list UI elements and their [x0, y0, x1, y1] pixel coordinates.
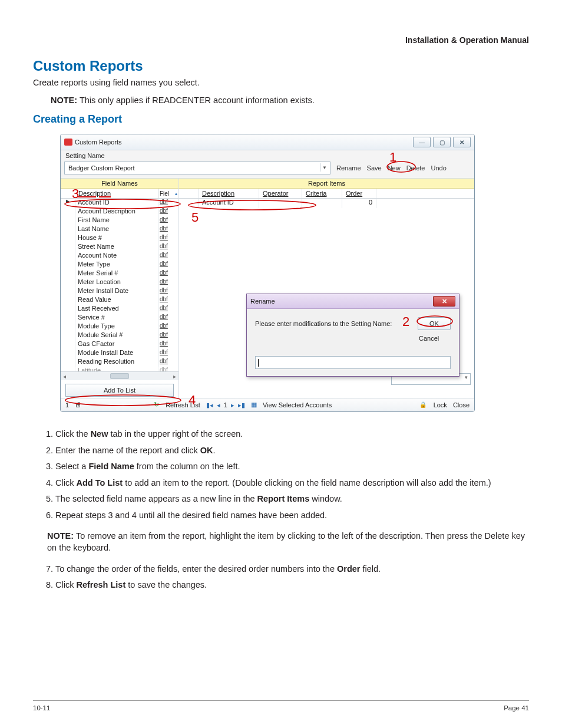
- refresh-icon[interactable]: [154, 401, 162, 409]
- field-name-row[interactable]: Last Receiveddbf: [61, 305, 178, 314]
- ri-order-col[interactable]: Order: [342, 189, 376, 198]
- field-names-panel: Field Names Description Fiel▴ ▶Account I…: [61, 179, 179, 398]
- instruction-step: Enter the name of the report and click O…: [55, 445, 529, 457]
- save-button[interactable]: Save: [367, 164, 382, 172]
- field-name-row[interactable]: Module Typedbf: [61, 322, 178, 331]
- field-name-row[interactable]: Meter Typedbf: [61, 261, 178, 269]
- dialog-titlebar[interactable]: Rename ✕: [247, 294, 459, 309]
- instruction-list-2: To change the order of the fields, enter…: [41, 564, 529, 591]
- note-text: This only applies if READCENTER account …: [77, 95, 315, 105]
- field-name-row[interactable]: Gas CFactordbf: [61, 340, 178, 349]
- undo-button[interactable]: Undo: [431, 164, 446, 172]
- note-label: NOTE:: [51, 95, 77, 105]
- description-column-header[interactable]: Description: [61, 189, 158, 198]
- field-name-row[interactable]: Reading Resolutiondbf: [61, 358, 178, 367]
- field-name-row[interactable]: Last Namedbf: [61, 225, 178, 234]
- footer-date: 10-11: [33, 704, 50, 711]
- instruction-step: Click the New tab in the upper right of …: [55, 429, 529, 440]
- minimize-button[interactable]: —: [413, 137, 431, 147]
- status-page-number: 1: [65, 401, 69, 409]
- ri-row-order[interactable]: 0: [342, 199, 376, 208]
- window-title: Custom Reports: [75, 139, 413, 146]
- nav-page: 1: [224, 401, 227, 409]
- horizontal-scrollbar[interactable]: ◂ ▸: [61, 371, 178, 380]
- field-name-row[interactable]: Meter Locationdbf: [61, 278, 178, 287]
- nav-last-icon[interactable]: ▸▮: [238, 401, 245, 409]
- footer-page: Page 41: [504, 704, 529, 711]
- sort-asc-icon: ▴: [175, 191, 177, 196]
- setting-name-combo[interactable]: Badger Custom Report ▼: [64, 162, 330, 174]
- field-name-row[interactable]: Module Install Datedbf: [61, 349, 178, 358]
- field-name-row[interactable]: ▶Account IDdbf: [61, 199, 178, 207]
- maximize-button[interactable]: ▢: [433, 137, 451, 147]
- toolbar: Badger Custom Report ▼ Rename Save New D…: [61, 159, 474, 178]
- ri-row-description: Account ID: [199, 199, 259, 208]
- field-name-row[interactable]: Module Serial #dbf: [61, 331, 178, 340]
- lock-button[interactable]: Lock: [434, 401, 447, 409]
- dialog-ok-button[interactable]: OK: [418, 317, 451, 330]
- field-names-header-row: Description Fiel▴: [61, 189, 178, 199]
- lock-icon[interactable]: [419, 401, 428, 409]
- ri-criteria-col[interactable]: Criteria: [302, 189, 342, 198]
- dialog-close-button[interactable]: ✕: [433, 296, 455, 307]
- app-icon: [64, 139, 72, 146]
- field-name-row[interactable]: Account Descriptiondbf: [61, 207, 178, 216]
- nav-prev-icon[interactable]: ◂: [217, 401, 220, 409]
- custom-reports-window: Custom Reports — ▢ ✕ Setting Name Badger…: [60, 134, 475, 412]
- intro-text: Create reports using field names you sel…: [33, 78, 529, 87]
- instruction-step: Click Add To List to add an item to the …: [55, 477, 529, 489]
- instruction-step: Click Refresh List to save the changes.: [55, 579, 529, 591]
- close-button[interactable]: Close: [453, 401, 470, 409]
- instruction-step: Select a Field Name from the column on t…: [55, 461, 529, 473]
- note-remove-item: NOTE: To remove an item from the report,…: [47, 531, 529, 554]
- report-item-row[interactable]: Account ID 0: [179, 199, 474, 208]
- field-names-heading: Field Names: [61, 179, 178, 189]
- dialog-prompt: Please enter modifications to the Settin…: [255, 320, 392, 327]
- view-icon[interactable]: [251, 401, 259, 409]
- new-button[interactable]: New: [388, 164, 401, 172]
- instruction-list-1: Click the New tab in the upper right of …: [41, 429, 529, 521]
- screenshot-figure: Custom Reports — ▢ ✕ Setting Name Badger…: [60, 134, 474, 412]
- ri-operator-col[interactable]: Operator: [259, 189, 302, 198]
- nav-first-icon[interactable]: ▮◂: [206, 401, 213, 409]
- note-block: NOTE: This only applies if READCENTER ac…: [51, 95, 529, 105]
- report-items-header-row: Description Operator Criteria Order: [179, 189, 474, 199]
- ri-description-col[interactable]: Description: [199, 189, 259, 198]
- field-name-row[interactable]: Read Valuedbf: [61, 296, 178, 305]
- window-close-button[interactable]: ✕: [453, 137, 471, 147]
- refresh-list-button[interactable]: Refresh List: [166, 401, 200, 409]
- setting-name-value: Badger Custom Report: [68, 164, 135, 172]
- field-name-row[interactable]: First Namedbf: [61, 216, 178, 225]
- dialog-title: Rename: [250, 298, 275, 305]
- setting-name-label: Setting Name: [61, 150, 474, 159]
- instruction-step: To change the order of the fields, enter…: [55, 564, 529, 575]
- add-to-list-button[interactable]: Add To List: [65, 384, 174, 397]
- view-selected-button[interactable]: View Selected Accounts: [263, 401, 332, 409]
- field-name-row[interactable]: House #dbf: [61, 234, 178, 243]
- status-bar: 1 🖨 Refresh List ▮◂ ◂ 1 ▸ ▸▮ View Select…: [61, 398, 474, 411]
- field-name-row[interactable]: Service #dbf: [61, 314, 178, 322]
- rename-dialog: Rename ✕ Please enter modifications to t…: [246, 294, 459, 377]
- subsection-title: Creating a Report: [33, 113, 529, 126]
- window-titlebar[interactable]: Custom Reports — ▢ ✕: [61, 134, 474, 150]
- delete-button[interactable]: Delete: [406, 164, 425, 172]
- nav-next-icon[interactable]: ▸: [231, 401, 234, 409]
- rename-button[interactable]: Rename: [336, 164, 361, 172]
- fieldtype-column-header[interactable]: Fiel▴: [158, 189, 178, 198]
- field-name-row[interactable]: Meter Install Datedbf: [61, 287, 178, 296]
- ri-row-operator[interactable]: [259, 199, 302, 208]
- manual-header: Installation & Operation Manual: [33, 35, 529, 45]
- dialog-cancel-button[interactable]: Cancel: [419, 335, 451, 342]
- dialog-name-input[interactable]: [255, 356, 451, 369]
- field-name-row[interactable]: Street Namedbf: [61, 243, 178, 252]
- ri-row-criteria[interactable]: [302, 199, 342, 208]
- dropdown-icon[interactable]: ▼: [320, 163, 329, 172]
- instruction-step: Repeat steps 3 and 4 until all the desir…: [55, 510, 529, 522]
- field-names-list[interactable]: ▶Account IDdbfAccount DescriptiondbfFirs…: [61, 199, 178, 371]
- instruction-step: The selected field name appears as a new…: [55, 493, 529, 505]
- field-name-row[interactable]: Latitudedbf: [61, 367, 178, 371]
- section-title: Custom Reports: [33, 58, 529, 74]
- printer-icon[interactable]: 🖨: [75, 401, 83, 409]
- field-name-row[interactable]: Meter Serial #dbf: [61, 269, 178, 278]
- field-name-row[interactable]: Account Notedbf: [61, 252, 178, 261]
